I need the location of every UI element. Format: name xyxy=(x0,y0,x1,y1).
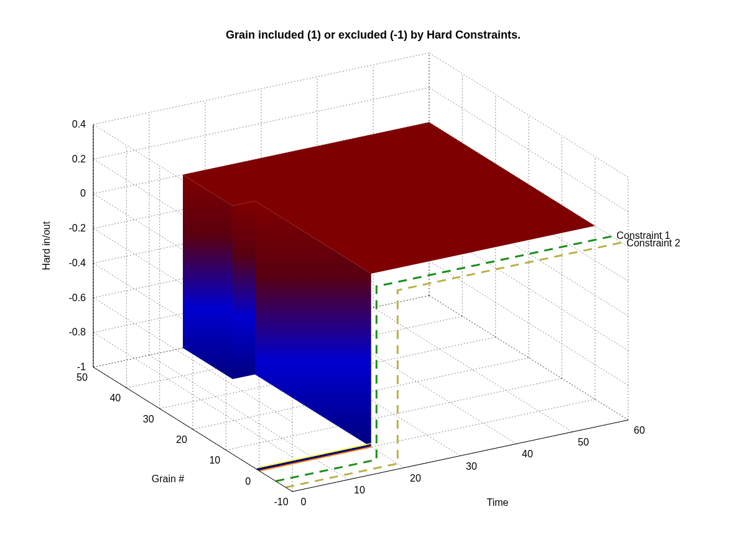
y-tick: 50 xyxy=(77,372,88,383)
x-tick: 10 xyxy=(354,485,365,495)
z-tick: 0 xyxy=(80,188,86,198)
x-tick: 20 xyxy=(410,473,421,483)
z-tick: -0.6 xyxy=(68,292,86,303)
y-axis-label: Grain # xyxy=(152,474,185,484)
z-tick: -0.2 xyxy=(68,223,86,233)
z-tick: 0.4 xyxy=(72,119,86,129)
x-tick: 60 xyxy=(634,425,645,436)
y-tick: 10 xyxy=(209,455,220,465)
z-tick: -0.8 xyxy=(68,327,86,337)
y-tick: 30 xyxy=(143,414,154,424)
x-axis-label: Time xyxy=(487,497,509,508)
surface xyxy=(183,122,595,470)
x-tick: 0 xyxy=(301,497,307,507)
z-tick: -1 xyxy=(77,362,86,372)
x-tick: 30 xyxy=(466,461,477,472)
z-tick: 0.2 xyxy=(72,154,86,164)
y-tick: 40 xyxy=(109,393,121,403)
legend-entry-2: Constraint 2 xyxy=(626,238,680,248)
chart-title: Grain included (1) or excluded (-1) by H… xyxy=(226,29,521,41)
z-tick: -0.4 xyxy=(68,258,86,268)
z-axis-label: Hard in/out xyxy=(41,221,52,270)
legend: Constraint 1 Constraint 2 xyxy=(616,230,680,248)
x-tick: 50 xyxy=(578,437,589,447)
y-tick: 0 xyxy=(245,476,251,487)
y-tick: -10 xyxy=(274,497,288,507)
surface-plot-3d: Grain included (1) or excluded (-1) by H… xyxy=(0,0,747,560)
y-tick: 20 xyxy=(176,434,187,445)
x-tick: 40 xyxy=(522,449,533,459)
